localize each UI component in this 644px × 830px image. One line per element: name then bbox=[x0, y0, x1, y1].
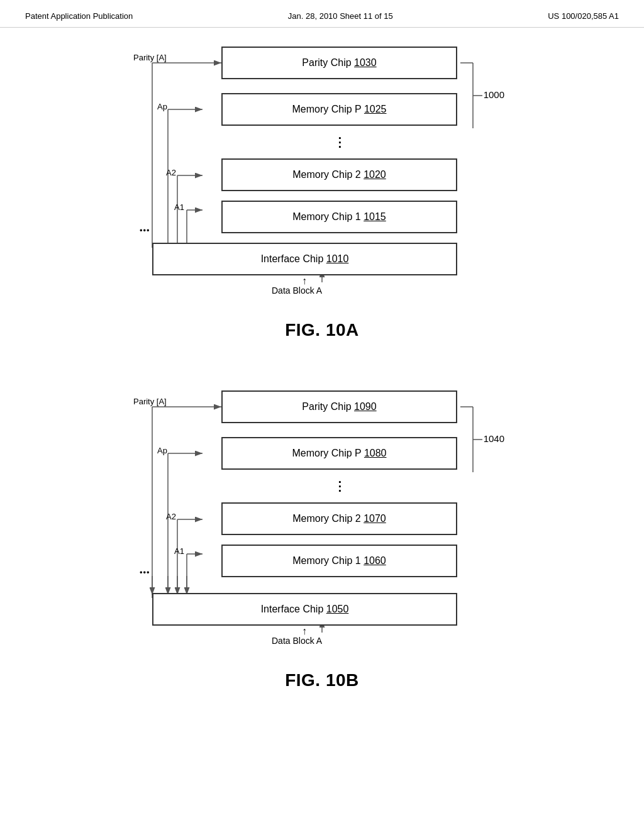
memory-chip-p-1025-label: Memory Chip P 1025 bbox=[292, 104, 387, 115]
parity-chip-1090: Parity Chip 1090 bbox=[221, 390, 457, 423]
figure-10a: Parity [A] Ap A2 A1 ••• Parity Chip 1030… bbox=[102, 47, 542, 340]
memory-chip-2-1020: Memory Chip 2 1020 bbox=[221, 158, 457, 191]
interface-chip-1050-label: Interface Chip 1050 bbox=[261, 604, 349, 615]
figure-10b: Parity [A] Ap A2 A1 ••• Parity Chip 1090… bbox=[102, 390, 542, 690]
header-left: Patent Application Publication bbox=[25, 11, 133, 21]
memory-chip-p-1080: Memory Chip P 1080 bbox=[221, 437, 457, 470]
a2-label-10a: A2 bbox=[166, 168, 176, 177]
parity-a-label-10a: Parity [A] bbox=[133, 53, 167, 62]
dots-10a: ⋮ bbox=[221, 135, 457, 150]
a1-label-10a: A1 bbox=[174, 202, 184, 212]
left-dots-10b: ••• bbox=[140, 568, 150, 577]
header-right: US 100/020,585 A1 bbox=[548, 11, 619, 21]
data-block-a-10a: Data Block A bbox=[272, 285, 322, 296]
a2-label-10b: A2 bbox=[166, 512, 176, 521]
dots-10b: ⋮ bbox=[221, 479, 457, 494]
memory-chip-1-1060: Memory Chip 1 1060 bbox=[221, 545, 457, 577]
parity-a-label-10b: Parity [A] bbox=[133, 397, 167, 406]
left-dots-10a: ••• bbox=[140, 226, 150, 235]
diagram-10a: Parity [A] Ap A2 A1 ••• Parity Chip 1030… bbox=[133, 47, 511, 285]
memory-chip-p-1025: Memory Chip P 1025 bbox=[221, 93, 457, 126]
interface-chip-1010-label: Interface Chip 1010 bbox=[261, 253, 349, 265]
ap-label-10b: Ap bbox=[157, 446, 167, 455]
parity-chip-1030: Parity Chip 1030 bbox=[221, 47, 457, 79]
fig-10a-label: FIG. 10A bbox=[285, 320, 359, 340]
ref-1000: 1000 bbox=[484, 89, 504, 100]
memory-chip-p-1080-label: Memory Chip P 1080 bbox=[292, 448, 387, 459]
ap-label-10a: Ap bbox=[157, 102, 167, 111]
memory-chip-1-1060-label: Memory Chip 1 1060 bbox=[292, 555, 386, 567]
page-header: Patent Application Publication Jan. 28, … bbox=[0, 0, 644, 28]
memory-chip-2-1070-label: Memory Chip 2 1070 bbox=[292, 513, 386, 524]
page-content: Parity [A] Ap A2 A1 ••• Parity Chip 1030… bbox=[0, 28, 644, 709]
ref-1040: 1040 bbox=[484, 433, 504, 444]
parity-chip-1030-label: Parity Chip 1030 bbox=[302, 57, 376, 69]
interface-chip-1050: Interface Chip 1050 bbox=[152, 593, 457, 626]
diagram-10b: Parity [A] Ap A2 A1 ••• Parity Chip 1090… bbox=[133, 390, 511, 636]
memory-chip-2-1020-label: Memory Chip 2 1020 bbox=[292, 169, 386, 180]
memory-chip-1-1015: Memory Chip 1 1015 bbox=[221, 201, 457, 233]
memory-chip-1-1015-label: Memory Chip 1 1015 bbox=[292, 211, 386, 223]
a1-label-10b: A1 bbox=[174, 546, 184, 556]
header-middle: Jan. 28, 2010 Sheet 11 of 15 bbox=[288, 11, 393, 21]
data-block-a-10b: Data Block A bbox=[272, 636, 322, 646]
fig-10b-label: FIG. 10B bbox=[285, 670, 359, 690]
parity-chip-1090-label: Parity Chip 1090 bbox=[302, 401, 376, 412]
memory-chip-2-1070: Memory Chip 2 1070 bbox=[221, 502, 457, 535]
interface-chip-1010: Interface Chip 1010 bbox=[152, 243, 457, 275]
